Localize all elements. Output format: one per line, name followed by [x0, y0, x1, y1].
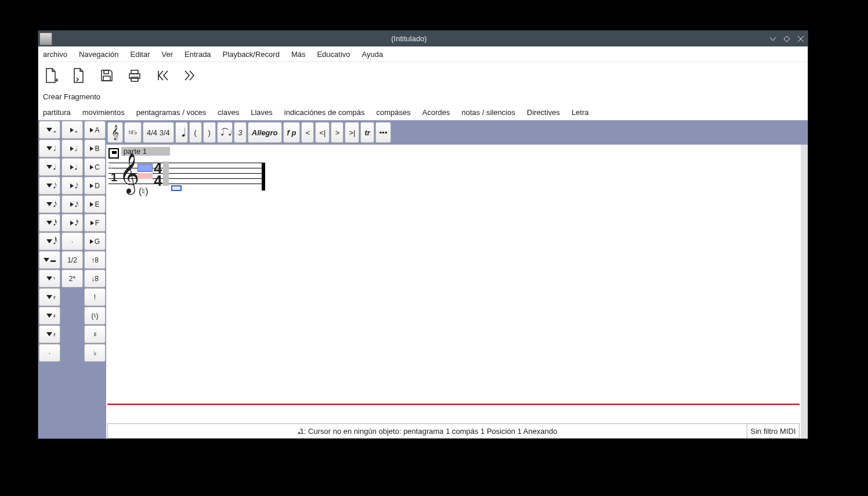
pitch-g[interactable]: G	[84, 232, 106, 250]
dot-glyph: ·	[71, 238, 73, 246]
scrollbar-thumb[interactable]	[801, 145, 808, 389]
tab-claves[interactable]: claves	[218, 108, 239, 117]
dynamics-button[interactable]: f p	[283, 122, 301, 143]
dim-end-button[interactable]: >|	[345, 122, 359, 143]
tab-directives[interactable]: Directives	[527, 108, 560, 117]
pitch-a[interactable]: A	[84, 121, 106, 139]
menu-editar[interactable]: Editar	[131, 50, 150, 59]
tie-slur-button[interactable]: 𝅘𝅥⁀𝅘𝅥	[217, 122, 233, 143]
main-area: 𝄞 ♮♯♭ 4/4 3/4 𝅘𝅥 ( ) 𝅘𝅥⁀𝅘𝅥 3 Allegro f p…	[106, 120, 808, 439]
dur-r-3[interactable]: 𝅘𝅥𝅮	[62, 177, 83, 195]
dynamics-label: f p	[287, 128, 296, 137]
prev-button[interactable]	[154, 67, 171, 84]
midi-filter-status[interactable]: Sin filtro MIDI	[747, 423, 800, 439]
dur-r-6[interactable]: ·	[62, 232, 83, 250]
open-file-button[interactable]	[71, 66, 87, 85]
triplet-button[interactable]: 3	[234, 122, 247, 143]
duration-right-col: 𝅝 𝅗𝅥 𝅘𝅥 𝅘𝅥𝅮 𝅘𝅥𝅯 𝅘𝅥𝅰 · 1/2 2*	[61, 120, 84, 439]
pitch-e[interactable]: E	[84, 195, 106, 213]
menu-entrada[interactable]: Entrada	[185, 50, 211, 59]
timesig-button[interactable]: 4/4 3/4	[143, 122, 174, 143]
dur-down-8[interactable]: 𝄾	[39, 269, 60, 287]
oct-up[interactable]: ↑8	[84, 251, 106, 269]
menu-mas[interactable]: Más	[291, 50, 306, 59]
create-fragment-button[interactable]: Crear Fragmento	[43, 92, 100, 101]
pitch-d[interactable]: D	[84, 177, 106, 195]
next-button[interactable]	[182, 67, 198, 84]
dur-down-10[interactable]: 𝄿	[39, 307, 60, 325]
pitch-label: E	[95, 200, 99, 209]
content-area: 𝅝 𝅗𝅥 𝅘𝅥 𝅘𝅥𝅮 𝅘𝅥𝅯 𝅘𝅥𝅰 𝅘𝅥𝅱 ▬ 𝄾 𝄿 𝄿 𝄿 · 𝅝 𝅗𝅥	[38, 120, 808, 439]
dur-r-2[interactable]: 𝅘𝅥	[62, 158, 83, 176]
tab-acordes[interactable]: Acordes	[422, 108, 450, 117]
dur-down-1[interactable]: 𝅗𝅥	[39, 139, 60, 157]
dur-down-3[interactable]: 𝅘𝅥𝅮	[39, 177, 60, 195]
exclaim[interactable]: !	[84, 288, 106, 306]
sharp-btn[interactable]: ♯	[84, 325, 106, 343]
tab-indicaciones[interactable]: indicaciónes de compás	[284, 108, 365, 117]
tab-letra[interactable]: Letra	[572, 108, 589, 117]
tab-partitura[interactable]: partitura	[43, 108, 71, 117]
dur-down-6[interactable]: 𝅘𝅥𝅱	[39, 232, 60, 250]
cursor-region	[138, 164, 153, 172]
maximize-button[interactable]	[780, 32, 794, 46]
dur-r-7[interactable]: 1/2	[62, 251, 83, 269]
menu-ayuda[interactable]: Ayuda	[362, 50, 384, 59]
cursor-region-2	[138, 173, 153, 179]
dur-down-0[interactable]: 𝅝	[39, 121, 60, 139]
keysig-button[interactable]: ♮♯♭	[124, 122, 142, 143]
dur-down-5[interactable]: 𝅘𝅥𝅰	[39, 214, 60, 232]
paren-close-button[interactable]: )	[203, 122, 216, 143]
dur-down-7[interactable]: ▬	[39, 251, 60, 269]
close-button[interactable]	[794, 32, 808, 46]
pitch-b[interactable]: B	[84, 139, 106, 157]
score-canvas[interactable]: parte 1 1 ⚐ 𝄞	[106, 145, 808, 439]
menu-playback[interactable]: Playback/Record	[223, 50, 280, 59]
tab-movimientos[interactable]: movimientos	[82, 108, 125, 117]
dur-down-2[interactable]: 𝅘𝅥	[39, 158, 60, 176]
natural-btn[interactable]: (♮)	[84, 307, 106, 325]
flat-label: ♭	[93, 349, 97, 357]
new-file-button[interactable]	[43, 66, 59, 85]
dur-r-5[interactable]: 𝅘𝅥𝅰	[62, 214, 83, 232]
dur-r-0[interactable]: 𝅝	[62, 121, 83, 139]
tab-notas[interactable]: notas / silencios	[462, 108, 516, 117]
dim-button[interactable]: >	[331, 122, 343, 143]
octave-up-label: ↑8	[91, 256, 99, 264]
tab-compases[interactable]: compáses	[377, 108, 411, 117]
more-button[interactable]: •••	[375, 122, 392, 143]
save-button[interactable]	[99, 67, 115, 84]
clef-button[interactable]: 𝄞	[107, 122, 123, 143]
menu-ver[interactable]: Ver	[162, 50, 173, 59]
menu-archivo[interactable]: archivo	[43, 50, 67, 59]
dur-down-12[interactable]: ·	[39, 344, 60, 362]
dur-r-4[interactable]: 𝅘𝅥𝅯	[62, 195, 83, 213]
dur-r-8[interactable]: 2*	[62, 269, 83, 287]
pitch-c[interactable]: C	[84, 158, 106, 176]
allegro-button[interactable]: Allegro	[248, 122, 282, 143]
triangle-right-icon	[90, 239, 93, 244]
pitch-f[interactable]: F	[84, 214, 106, 232]
dur-down-4[interactable]: 𝅘𝅥𝅯	[39, 195, 60, 213]
trill-button[interactable]: tr	[360, 122, 374, 143]
paren-open-button[interactable]: (	[189, 122, 202, 143]
dur-down-9[interactable]: 𝄿	[39, 288, 60, 306]
tab-pentagramas[interactable]: pentagramas / voces	[136, 108, 207, 117]
dur-r-1[interactable]: 𝅗𝅥	[62, 139, 83, 157]
toolbar	[38, 62, 808, 89]
dur-down-11[interactable]: 𝄿	[39, 325, 60, 343]
triangle-down-icon	[46, 295, 52, 299]
cresc-end-button[interactable]: <|	[315, 122, 330, 143]
triangle-down-icon	[46, 128, 52, 132]
flat-btn[interactable]: ♭	[84, 344, 106, 362]
barline-end	[262, 163, 265, 191]
minimize-button[interactable]	[766, 32, 780, 46]
tab-llaves[interactable]: Llaves	[251, 108, 273, 117]
print-button[interactable]	[126, 67, 143, 84]
note-button[interactable]: 𝅘𝅥	[175, 122, 188, 143]
menu-navegacion[interactable]: Navegación	[79, 50, 119, 59]
cursor-handle[interactable]	[171, 185, 182, 191]
menu-educativo[interactable]: Educativo	[317, 50, 350, 59]
oct-down[interactable]: ↓8	[84, 269, 106, 287]
cresc-button[interactable]: <	[301, 122, 314, 143]
